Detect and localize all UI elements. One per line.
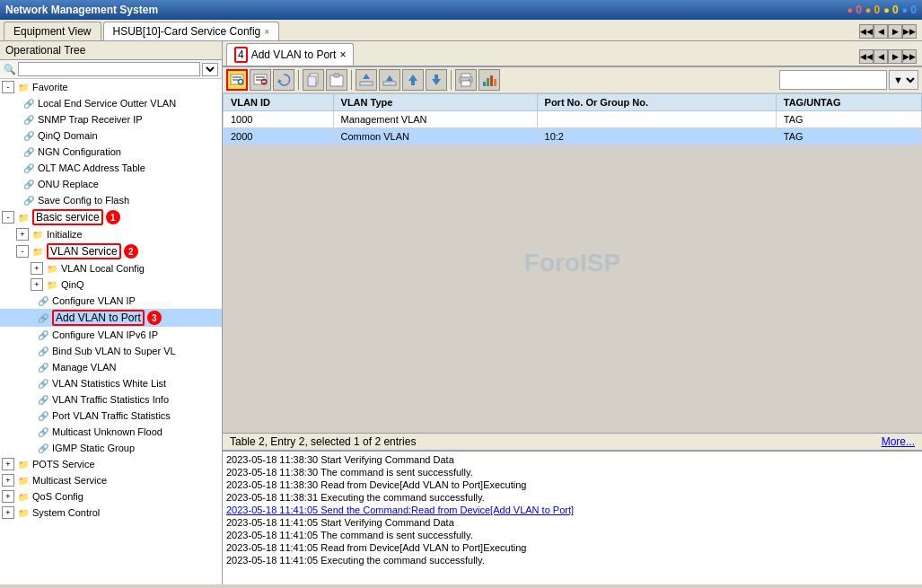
folder-icon: 📁 (16, 473, 31, 487)
item-icon: 🔗 (36, 376, 50, 391)
expand-qos[interactable]: + (2, 490, 14, 503)
content-search-dropdown[interactable]: ▼ (889, 70, 918, 90)
copy-icon (306, 73, 321, 87)
expand-qinq[interactable]: + (31, 278, 43, 291)
expand-favorite[interactable]: - (2, 81, 14, 93)
app-title: Network Management System (5, 4, 158, 16)
tab-nav-right2[interactable]: ▶▶ (902, 24, 917, 39)
sidebar-item-qinq[interactable]: + 📁 QinQ (0, 276, 222, 293)
toolbar-copy-button[interactable] (303, 69, 324, 91)
sidebar-item-qos-config[interactable]: + 📁 QoS Config (0, 488, 222, 505)
content-tab-close-icon[interactable]: × (339, 48, 346, 61)
sidebar-item-favorite[interactable]: - 📁 Favorite (0, 79, 222, 95)
search-dropdown[interactable]: ▼ (202, 63, 218, 76)
tab-equipment-view[interactable]: Equipment View (4, 22, 101, 40)
sidebar-item-manage-vlan[interactable]: 🔗 Manage VLAN (0, 359, 222, 375)
content-nav-right2[interactable]: ▶▶ (902, 49, 917, 64)
sidebar-item-pots-service[interactable]: + 📁 POTS Service (0, 456, 222, 472)
table-scroll-area[interactable]: ForoISP VLAN ID VLAN Type Port No. Or Gr… (223, 93, 922, 433)
print-icon (459, 73, 473, 87)
search-input[interactable] (18, 62, 200, 76)
toolbar-paste-button[interactable] (326, 69, 347, 91)
item-icon: 🔗 (22, 145, 36, 159)
svg-rect-28 (483, 82, 486, 86)
sidebar-item-multicast-service[interactable]: + 📁 Multicast Service (0, 472, 222, 488)
svg-rect-13 (308, 76, 316, 86)
sidebar-item-multicast-unknown[interactable]: 🔗 Multicast Unknown Flood (0, 424, 222, 440)
sidebar-item-save-config[interactable]: 🔗 Save Config to Flash (0, 192, 222, 208)
sidebar-item-vlan-stats-white[interactable]: 🔗 VLAN Statistics White List (0, 375, 222, 391)
tab-card-service-config-label: HSUB[10]-Card Service Config (113, 25, 261, 38)
sidebar-item-vlan-stats-white-label: VLAN Statistics White List (52, 378, 166, 389)
folder-icon: 📁 (31, 244, 45, 259)
log-entry: 2023-05-18 11:38:30 Start Verifying Comm… (226, 453, 918, 466)
sidebar-item-configure-vlan-ip[interactable]: 🔗 Configure VLAN IP (0, 293, 222, 309)
sidebar-item-snmp-trap[interactable]: 🔗 SNMP Trap Receiver IP (0, 111, 222, 127)
col-tag-untag: TAG/UNTAG (776, 94, 921, 111)
sidebar-item-bind-sub-label: Bind Sub VLAN to Super VL (52, 346, 176, 356)
toolbar-print-button[interactable] (455, 69, 477, 91)
item-icon: 🔗 (36, 294, 50, 308)
toolbar-sep2 (351, 70, 352, 90)
expand-system-control[interactable]: + (2, 506, 14, 519)
sidebar-item-bind-sub-vlan[interactable]: 🔗 Bind Sub VLAN to Super VL (0, 343, 222, 359)
folder-icon: 📁 (45, 277, 59, 292)
sidebar-item-vlan-local-config[interactable]: + 📁 VLAN Local Config (0, 260, 222, 276)
content-tab-add-vlan[interactable]: 4 Add VLAN to Port × (226, 43, 354, 66)
sidebar-item-system-control[interactable]: + 📁 System Control (0, 505, 222, 521)
sidebar-item-igmp-static[interactable]: 🔗 IGMP Static Group (0, 440, 222, 456)
log-area: 2023-05-18 11:38:30 Start Verifying Comm… (223, 450, 922, 584)
sidebar-item-olt-mac[interactable]: 🔗 OLT MAC Address Table (0, 160, 222, 176)
sidebar-item-vlan-traffic-stats[interactable]: 🔗 VLAN Traffic Statistics Info (0, 391, 222, 408)
svg-marker-22 (432, 79, 441, 85)
toolbar: ▼ (223, 67, 922, 93)
sidebar-item-snmp-label: SNMP Trap Receiver IP (38, 114, 143, 125)
toolbar-move-up-button[interactable] (402, 69, 424, 91)
content-nav-left[interactable]: ◀ (874, 49, 888, 64)
toolbar-delete-button[interactable] (250, 69, 271, 91)
svg-rect-31 (494, 79, 496, 86)
vlan-table: VLAN ID VLAN Type Port No. Or Group No. … (223, 93, 922, 145)
tab-nav-right[interactable]: ▶ (888, 24, 902, 39)
content-search-input[interactable] (779, 70, 887, 90)
toolbar-refresh-button[interactable] (273, 69, 294, 91)
expand-vlan-service[interactable]: - (16, 245, 29, 258)
toolbar-move-down-button[interactable] (426, 69, 447, 91)
toolbar-upload-button[interactable] (356, 69, 377, 91)
table-row[interactable]: 1000Management VLANTAG (224, 111, 922, 128)
sidebar-item-initialize[interactable]: + 📁 Initialize (0, 226, 222, 242)
tab-nav-left[interactable]: ◀ (874, 24, 888, 39)
sidebar-item-ngn-config[interactable]: 🔗 NGN Configuration (0, 144, 222, 160)
expand-vlan-local[interactable]: + (31, 262, 43, 275)
sidebar-item-basic-service[interactable]: - 📁 Basic service 1 (0, 208, 222, 226)
sidebar-item-basic-service-label: Basic service 1 (32, 209, 120, 225)
sidebar-item-onu-replace[interactable]: 🔗 ONU Replace (0, 176, 222, 192)
sidebar-item-configure-vlan-ipv6[interactable]: 🔗 Configure VLAN IPv6 IP (0, 327, 222, 343)
svg-rect-18 (383, 82, 396, 85)
sidebar-header: Operational Tree (0, 41, 222, 60)
expand-basic-service[interactable]: - (2, 211, 14, 224)
expand-initialize[interactable]: + (16, 228, 29, 241)
sidebar-item-local-end-service[interactable]: 🔗 Local End Service Outter VLAN (0, 95, 222, 111)
toolbar-add-button[interactable] (226, 69, 248, 91)
log-entry[interactable]: 2023-05-18 11:41:05 Send the Command:Rea… (226, 504, 918, 516)
expand-pots[interactable]: + (2, 458, 14, 470)
item-icon: 🔗 (22, 96, 36, 110)
expand-multicast-service[interactable]: + (2, 474, 14, 487)
yellow-indicator: ● 0 (883, 4, 898, 16)
table-row[interactable]: 2000Common VLAN10:2TAG (224, 128, 922, 145)
tab-card-service-config[interactable]: HSUB[10]-Card Service Config × (103, 22, 280, 40)
tab-close-icon[interactable]: × (264, 27, 269, 37)
toolbar-chart-button[interactable] (479, 69, 500, 91)
sidebar-item-vlan-service[interactable]: - 📁 VLAN Service 2 (0, 242, 222, 260)
toolbar-download-button[interactable] (379, 69, 400, 91)
status-more-link[interactable]: More... (882, 435, 915, 448)
table-cell-port_no: 10:2 (537, 128, 776, 145)
svg-rect-21 (411, 81, 415, 85)
tab-nav-left2[interactable]: ◀◀ (859, 24, 874, 39)
sidebar-item-port-vlan-traffic[interactable]: 🔗 Port VLAN Traffic Statistics (0, 408, 222, 424)
sidebar-item-qinq-domain[interactable]: 🔗 QinQ Domain (0, 127, 222, 144)
sidebar-item-add-vlan-to-port[interactable]: 🔗 Add VLAN to Port 3 (0, 309, 222, 327)
content-nav-left2[interactable]: ◀◀ (859, 49, 874, 64)
content-nav-right[interactable]: ▶ (888, 49, 902, 64)
